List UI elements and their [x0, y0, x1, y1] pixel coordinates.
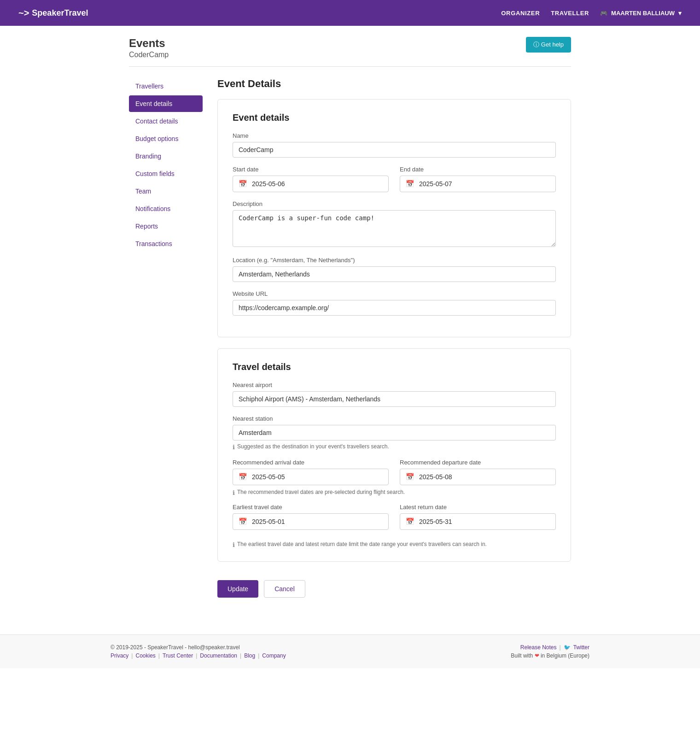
- header-nav: ORGANIZER TRAVELLER 🎮 MAARTEN BALLIAUW ▾: [501, 10, 682, 17]
- footer-documentation-link[interactable]: Documentation: [200, 652, 237, 659]
- sidebar-item-travellers[interactable]: Travellers: [129, 78, 203, 94]
- footer-trust-link[interactable]: Trust Center: [163, 652, 193, 659]
- footer-inner: © 2019-2025 - SpeakerTravel - hello@spea…: [111, 644, 589, 659]
- rec-dates-row: Recommended arrival date 📅 2025-05-05 Re…: [233, 459, 556, 493]
- calendar-icon: 📅: [406, 180, 414, 188]
- logo[interactable]: ~> SpeakerTravel: [18, 8, 88, 18]
- calendar-icon: 📅: [239, 517, 247, 526]
- rec-departure-label: Recommended departure date: [400, 459, 556, 466]
- limit-dates-row: Earliest travel date 📅 2025-05-01 Latest…: [233, 504, 556, 538]
- sidebar: Travellers Event details Contact details…: [129, 78, 203, 605]
- layout: Travellers Event details Contact details…: [129, 78, 571, 605]
- airport-input[interactable]: [233, 391, 556, 407]
- station-label: Nearest station: [233, 415, 556, 422]
- station-input[interactable]: [233, 425, 556, 441]
- start-date-input[interactable]: 📅 2025-05-06: [233, 176, 389, 192]
- calendar-icon: 📅: [239, 180, 247, 188]
- rec-arrival-value: 2025-05-05: [252, 473, 285, 481]
- logo-text: SpeakerTravel: [32, 8, 88, 18]
- info-icon: ℹ: [233, 489, 235, 496]
- latest-return-input[interactable]: 📅 2025-05-31: [400, 513, 556, 530]
- page-header: Events CoderCamp ⓘ Get help: [129, 37, 571, 59]
- page-titles: Events CoderCamp: [129, 37, 169, 59]
- location-input[interactable]: [233, 266, 556, 282]
- website-group: Website URL: [233, 290, 556, 316]
- footer-blog-link[interactable]: Blog: [244, 652, 255, 659]
- description-input[interactable]: CoderCamp is a super-fun code camp!: [233, 210, 556, 247]
- calendar-icon: 📅: [406, 517, 414, 526]
- location-label: Location (e.g. "Amsterdam, The Netherlan…: [233, 257, 556, 264]
- section-heading: Event Details: [217, 78, 571, 90]
- website-input[interactable]: [233, 300, 556, 316]
- twitter-bird-icon: 🐦: [564, 644, 571, 651]
- footer-release-notes-link[interactable]: Release Notes: [520, 644, 557, 651]
- latest-return-value: 2025-05-31: [419, 518, 452, 525]
- info-icon: ℹ: [233, 541, 235, 548]
- footer-company-link[interactable]: Company: [262, 652, 286, 659]
- page-container: Events CoderCamp ⓘ Get help Travellers E…: [111, 26, 589, 616]
- footer-right: Release Notes | 🐦 Twitter Built with ❤ i…: [511, 644, 589, 659]
- sidebar-item-budget-options[interactable]: Budget options: [129, 130, 203, 147]
- travel-details-title: Travel details: [233, 362, 556, 372]
- sidebar-item-branding[interactable]: Branding: [129, 148, 203, 164]
- rec-departure-input[interactable]: 📅 2025-05-08: [400, 469, 556, 485]
- sidebar-item-team[interactable]: Team: [129, 183, 203, 200]
- rec-arrival-label: Recommended arrival date: [233, 459, 389, 466]
- nav-organizer[interactable]: ORGANIZER: [501, 10, 540, 17]
- calendar-icon: 📅: [406, 473, 414, 481]
- footer-cookies-link[interactable]: Cookies: [135, 652, 155, 659]
- action-row: Update Cancel: [217, 573, 571, 605]
- sidebar-item-notifications[interactable]: Notifications: [129, 200, 203, 217]
- footer-left: © 2019-2025 - SpeakerTravel - hello@spea…: [111, 644, 286, 659]
- date-range-note: ℹ The earliest travel date and latest re…: [233, 541, 556, 548]
- earliest-travel-value: 2025-05-01: [252, 518, 285, 525]
- start-date-label: Start date: [233, 166, 389, 173]
- footer-links: Privacy | Cookies | Trust Center | Docum…: [111, 652, 286, 659]
- user-name: MAARTEN BALLIAUW: [611, 10, 675, 17]
- name-label: Name: [233, 132, 556, 139]
- header: ~> SpeakerTravel ORGANIZER TRAVELLER 🎮 M…: [0, 0, 700, 26]
- cancel-button[interactable]: Cancel: [264, 580, 305, 598]
- sidebar-item-custom-fields[interactable]: Custom fields: [129, 165, 203, 182]
- rec-arrival-group: Recommended arrival date 📅 2025-05-05: [233, 459, 389, 485]
- start-date-value: 2025-05-06: [252, 180, 285, 188]
- nav-traveller[interactable]: TRAVELLER: [551, 10, 589, 17]
- rec-arrival-input[interactable]: 📅 2025-05-05: [233, 469, 389, 485]
- heart-icon: ❤: [535, 652, 541, 659]
- earliest-travel-input[interactable]: 📅 2025-05-01: [233, 513, 389, 530]
- station-note: ℹ Suggested as the destination in your e…: [233, 443, 556, 451]
- user-menu[interactable]: 🎮 MAARTEN BALLIAUW ▾: [600, 10, 682, 17]
- end-date-input[interactable]: 📅 2025-05-07: [400, 176, 556, 192]
- event-details-card: Event details Name Start date 📅 2025-05-…: [217, 99, 571, 337]
- travel-dates-note: ℹ The recommended travel dates are pre-s…: [233, 489, 556, 496]
- header-divider: [129, 66, 571, 67]
- calendar-icon: 📅: [239, 473, 247, 481]
- sidebar-item-contact-details[interactable]: Contact details: [129, 113, 203, 129]
- sidebar-item-event-details[interactable]: Event details: [129, 95, 203, 112]
- start-date-group: Start date 📅 2025-05-06: [233, 166, 389, 192]
- footer: © 2019-2025 - SpeakerTravel - hello@spea…: [0, 634, 700, 668]
- event-details-title: Event details: [233, 112, 556, 123]
- location-group: Location (e.g. "Amsterdam, The Netherlan…: [233, 257, 556, 282]
- sidebar-item-reports[interactable]: Reports: [129, 218, 203, 235]
- footer-twitter-link[interactable]: Twitter: [573, 644, 589, 651]
- station-group: Nearest station ℹ Suggested as the desti…: [233, 415, 556, 451]
- description-group: Description CoderCamp is a super-fun cod…: [233, 200, 556, 248]
- end-date-label: End date: [400, 166, 556, 173]
- end-date-value: 2025-05-07: [419, 180, 452, 188]
- get-help-button[interactable]: ⓘ Get help: [526, 37, 571, 53]
- latest-return-label: Latest return date: [400, 504, 556, 511]
- page-subtitle: CoderCamp: [129, 51, 169, 59]
- earliest-travel-group: Earliest travel date 📅 2025-05-01: [233, 504, 389, 530]
- description-label: Description: [233, 200, 556, 207]
- sidebar-item-transactions[interactable]: Transactions: [129, 235, 203, 252]
- name-input[interactable]: [233, 142, 556, 158]
- update-button[interactable]: Update: [217, 580, 258, 598]
- footer-privacy-link[interactable]: Privacy: [111, 652, 128, 659]
- name-group: Name: [233, 132, 556, 158]
- airport-group: Nearest airport: [233, 382, 556, 407]
- rec-departure-value: 2025-05-08: [419, 473, 452, 481]
- earliest-travel-label: Earliest travel date: [233, 504, 389, 511]
- footer-links-right: Release Notes | 🐦 Twitter: [511, 644, 589, 651]
- info-icon: ℹ: [233, 444, 235, 451]
